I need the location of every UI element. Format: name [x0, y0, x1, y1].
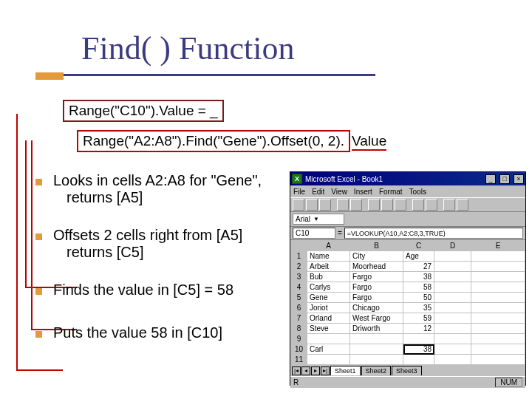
cell[interactable]: [471, 344, 525, 355]
toolbar-redo-icon[interactable]: [426, 199, 437, 211]
row-header[interactable]: 10: [291, 344, 307, 355]
tab-nav-last-icon[interactable]: ▸|: [321, 366, 330, 375]
cell[interactable]: [471, 251, 525, 262]
sheet-tab-1[interactable]: Sheet1: [330, 366, 361, 375]
row-header[interactable]: 2: [291, 262, 307, 272]
cell[interactable]: Carlys: [307, 282, 350, 293]
toolbar-paste-icon[interactable]: [395, 199, 406, 211]
cell[interactable]: Carl: [307, 344, 350, 355]
col-header-D[interactable]: D: [434, 241, 471, 251]
menu-insert[interactable]: Insert: [354, 188, 372, 196]
cell[interactable]: [471, 293, 525, 303]
cell[interactable]: Gene: [307, 293, 350, 303]
cell[interactable]: 35: [403, 303, 434, 313]
cell[interactable]: Joriot: [307, 303, 350, 313]
toolbar-open-icon[interactable]: [306, 199, 318, 211]
cell[interactable]: Age: [403, 251, 434, 262]
cell[interactable]: [307, 355, 350, 365]
cell[interactable]: [434, 334, 471, 344]
toolbar-save-icon[interactable]: [319, 199, 331, 211]
cell[interactable]: [434, 324, 471, 334]
cell[interactable]: [350, 344, 403, 355]
row-header[interactable]: 5: [291, 293, 307, 303]
menu-view[interactable]: View: [331, 188, 347, 196]
toolbar-chart-icon[interactable]: [457, 199, 468, 211]
toolbar-preview-icon[interactable]: [350, 199, 362, 211]
toolbar-cut-icon[interactable]: [368, 199, 380, 211]
maximize-button[interactable]: □: [499, 174, 510, 184]
cell[interactable]: [434, 303, 471, 313]
cell[interactable]: [307, 334, 350, 344]
tab-nav-next-icon[interactable]: ▸: [311, 366, 320, 375]
cell[interactable]: 38: [403, 272, 434, 282]
cell[interactable]: [434, 293, 471, 303]
cell[interactable]: [403, 334, 434, 344]
menu-file[interactable]: File: [293, 188, 305, 196]
toolbar-sort-icon[interactable]: [443, 199, 455, 211]
menu-tools[interactable]: Tools: [409, 188, 426, 196]
toolbar-new-icon[interactable]: [293, 199, 304, 211]
sheet-tab-3[interactable]: Sheet3: [392, 366, 422, 375]
cell[interactable]: Steve: [307, 324, 350, 334]
formula-input[interactable]: =VLOOKUP(A10,A2:C8,3,TRUE): [344, 228, 523, 239]
cell[interactable]: Bub: [307, 272, 350, 282]
row-header[interactable]: 9: [291, 334, 307, 344]
cell[interactable]: Moorhead: [350, 262, 403, 272]
minimize-button[interactable]: _: [485, 174, 496, 184]
tab-nav-prev-icon[interactable]: ◂: [301, 366, 310, 375]
row-header[interactable]: 7: [291, 313, 307, 324]
select-all-corner[interactable]: [291, 241, 307, 251]
font-name-dropdown[interactable]: Arial ▼: [293, 214, 344, 225]
cell[interactable]: [350, 334, 403, 344]
cell[interactable]: Fargo: [350, 282, 403, 293]
toolbar-copy-icon[interactable]: [381, 199, 393, 211]
menu-edit[interactable]: Edit: [312, 188, 324, 196]
cell[interactable]: [471, 303, 525, 313]
cell[interactable]: [471, 355, 525, 365]
col-header-B[interactable]: B: [350, 241, 403, 251]
cell[interactable]: 58: [403, 282, 434, 293]
toolbar-undo-icon[interactable]: [412, 199, 424, 211]
cell[interactable]: 59: [403, 313, 434, 324]
cell[interactable]: 27: [403, 262, 434, 272]
cell[interactable]: Arbeit: [307, 262, 350, 272]
cell[interactable]: [403, 355, 434, 365]
cell[interactable]: 50: [403, 293, 434, 303]
row-header[interactable]: 4: [291, 282, 307, 293]
cell-selected[interactable]: 38: [403, 344, 434, 355]
cell[interactable]: Fargo: [350, 293, 403, 303]
row-header[interactable]: 3: [291, 272, 307, 282]
name-box[interactable]: C10: [293, 228, 335, 239]
sheet-tab-2[interactable]: Sheet2: [361, 366, 392, 375]
toolbar-print-icon[interactable]: [337, 199, 349, 211]
cell[interactable]: [471, 334, 525, 344]
cell[interactable]: [350, 355, 403, 365]
menu-format[interactable]: Format: [379, 188, 403, 196]
cell[interactable]: [471, 272, 525, 282]
cell[interactable]: [434, 251, 471, 262]
cell[interactable]: [434, 262, 471, 272]
tab-nav-first-icon[interactable]: |◂: [292, 366, 301, 375]
cell[interactable]: City: [350, 251, 403, 262]
cell[interactable]: [471, 324, 525, 334]
col-header-E[interactable]: E: [471, 241, 525, 251]
cell[interactable]: Driworth: [350, 324, 403, 334]
cell[interactable]: [471, 313, 525, 324]
spreadsheet-grid[interactable]: A B C D E 1NameCityAge 2ArbeitMoorhead27…: [290, 240, 525, 364]
cell[interactable]: [471, 262, 525, 272]
row-header[interactable]: 6: [291, 303, 307, 313]
cell[interactable]: [434, 344, 471, 355]
cell[interactable]: [434, 313, 471, 324]
row-header[interactable]: 1: [291, 251, 307, 262]
cell[interactable]: Name: [307, 251, 350, 262]
cell[interactable]: [434, 355, 471, 365]
col-header-A[interactable]: A: [307, 241, 350, 251]
cell[interactable]: Orland: [307, 313, 350, 324]
close-button[interactable]: ×: [514, 174, 524, 184]
cell[interactable]: [434, 282, 471, 293]
row-header[interactable]: 11: [291, 355, 307, 365]
cell[interactable]: Chicago: [350, 303, 403, 313]
col-header-C[interactable]: C: [403, 241, 434, 251]
cell[interactable]: 12: [403, 324, 434, 334]
cell[interactable]: [471, 282, 525, 293]
